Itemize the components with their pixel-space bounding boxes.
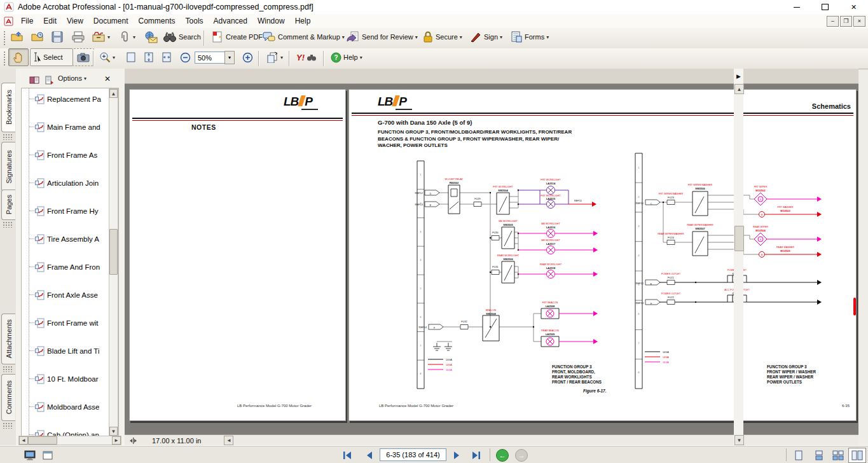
hand-tool-button[interactable] xyxy=(8,48,29,66)
last-page-button[interactable] xyxy=(468,448,485,463)
zoom-dropdown-button[interactable]: ▾ xyxy=(224,51,235,64)
scroll-thumb[interactable] xyxy=(109,229,118,275)
sidebar-tab-pages[interactable]: Pages xyxy=(1,190,15,220)
bookmark-item[interactable]: Front Frame As xyxy=(22,148,118,162)
schematic-label: FRT WASHER xyxy=(778,206,794,209)
fit-width-button[interactable] xyxy=(156,48,177,66)
menu-item-document[interactable]: Document xyxy=(88,15,134,27)
bookmark-hscrollbar[interactable]: ◄ ► xyxy=(18,436,121,445)
sidebar-tab-signatures[interactable]: Signatures xyxy=(1,142,15,191)
close-button[interactable]: ✕ xyxy=(839,0,868,14)
new-bookmark-button[interactable] xyxy=(43,74,57,86)
minimize-button[interactable] xyxy=(782,0,811,14)
scroll-up-icon[interactable]: ▲ xyxy=(734,84,744,94)
bookmark-item[interactable]: Blade Lift and Ti xyxy=(22,344,118,358)
bookmark-item[interactable]: Front Frame Hy xyxy=(22,204,118,218)
scroll-up-icon[interactable]: ▲ xyxy=(109,89,118,98)
facing-layout-button[interactable] xyxy=(848,448,866,463)
splitter-icon[interactable] xyxy=(128,437,138,445)
bookmark-item[interactable]: Tire Assembly A xyxy=(22,232,118,246)
single-page-layout-button[interactable] xyxy=(790,448,808,463)
continuous-facing-layout-button[interactable] xyxy=(829,448,847,463)
zoom-out-button[interactable] xyxy=(176,48,195,66)
annotation-marker[interactable] xyxy=(853,298,856,315)
scroll-down-icon[interactable]: ▼ xyxy=(109,427,118,436)
zoom-in-button[interactable] xyxy=(238,48,257,66)
expand-bookmark-button[interactable] xyxy=(27,74,41,86)
save-button[interactable] xyxy=(48,28,66,46)
comment-markup-button[interactable]: Comment & Markup▾ xyxy=(259,28,347,46)
search-button[interactable]: Search xyxy=(160,28,203,46)
maximize-button[interactable] xyxy=(811,0,839,14)
continuous-layout-button[interactable] xyxy=(810,448,828,463)
window-view-button[interactable] xyxy=(39,448,56,463)
camera-icon xyxy=(77,52,90,62)
page-display-button[interactable]: ▾ xyxy=(263,48,286,66)
yahoo-search-button[interactable]: Y! xyxy=(294,48,319,66)
menu-item-comments[interactable]: Comments xyxy=(134,15,181,27)
document-vscrollbar[interactable]: ▶ ▲ ▼ xyxy=(734,69,743,445)
send-for-review-button[interactable]: Send for Review▾ xyxy=(343,28,420,46)
toolbar-gripper[interactable] xyxy=(3,51,6,66)
bookmark-vscrollbar[interactable]: ▲ ▼ xyxy=(109,88,118,436)
document-restore-icon[interactable]: ❐ xyxy=(840,16,852,27)
next-page-button[interactable] xyxy=(449,448,465,463)
scroll-thumb[interactable] xyxy=(734,226,744,251)
hscroll-left-icon[interactable]: ◄ xyxy=(224,436,233,445)
toolbar-overflow-icon[interactable]: ▶ xyxy=(734,69,743,83)
scroll-down-icon[interactable]: ▼ xyxy=(734,435,744,445)
help-button[interactable]: ?Help▾ xyxy=(328,48,365,66)
acrobat-window: Adobe Acrobat Professional - [01-manual-… xyxy=(0,0,868,463)
select-tool-button[interactable]: Select xyxy=(30,48,73,66)
bookmark-item[interactable]: Main Frame and xyxy=(22,120,118,134)
bookmark-item[interactable]: 10 Ft. Moldboar xyxy=(22,372,118,386)
toolbar-gripper[interactable] xyxy=(3,31,6,46)
previous-page-button[interactable] xyxy=(361,448,377,463)
search-label: Search xyxy=(179,33,201,41)
organizer-open-button[interactable] xyxy=(28,28,47,46)
email-button[interactable] xyxy=(141,28,160,46)
forms-button[interactable]: Forms▾ xyxy=(507,28,551,46)
menu-item-help[interactable]: Help xyxy=(290,15,316,27)
options-menu-button[interactable]: Options▾ xyxy=(58,74,86,82)
first-page-button[interactable] xyxy=(339,448,355,463)
scroll-thumb[interactable] xyxy=(28,436,57,445)
menu-item-file[interactable]: File xyxy=(16,15,38,27)
close-panel-button[interactable]: ✕ xyxy=(102,74,113,84)
menu-item-edit[interactable]: Edit xyxy=(38,15,62,27)
sidebar-tab-bookmarks[interactable]: Bookmarks xyxy=(1,83,15,132)
menu-item-tools[interactable]: Tools xyxy=(181,15,209,27)
bookmark-item[interactable]: Moldboard Asse xyxy=(22,400,118,414)
bookmark-item[interactable]: Front Axle Asse xyxy=(22,288,118,302)
page-number-field[interactable]: 6-35 (183 of 414) xyxy=(380,448,446,461)
sidebar-tab-comments[interactable]: Comments xyxy=(1,374,15,421)
scroll-left-icon[interactable]: ◄ xyxy=(19,436,28,445)
organizer-button[interactable]: ▾ xyxy=(89,28,113,46)
open-button[interactable] xyxy=(8,28,27,46)
schematic-label: SW2506 xyxy=(503,258,513,261)
menu-item-view[interactable]: View xyxy=(62,15,88,27)
zoom-tool-button[interactable]: ▾ xyxy=(97,48,118,66)
sidebar-tab-label: Pages xyxy=(5,195,13,214)
zoom-level-input[interactable]: 50% xyxy=(195,52,228,64)
tab-gripper xyxy=(3,366,13,372)
next-view-button[interactable]: → xyxy=(515,449,528,462)
sidebar-tab-label: Signatures xyxy=(5,150,13,184)
document-close-icon[interactable]: × xyxy=(853,16,865,27)
bookmark-item[interactable]: Replacement Pa xyxy=(22,92,118,106)
fullscreen-view-button[interactable] xyxy=(22,448,38,463)
snapshot-tool-button[interactable] xyxy=(72,48,94,66)
bookmark-item[interactable]: Frame And Fron xyxy=(22,260,118,274)
sign-button[interactable]: Sign▾ xyxy=(467,28,505,46)
attach-button[interactable]: ▾ xyxy=(116,28,138,46)
menu-item-window[interactable]: Window xyxy=(252,15,290,27)
print-button[interactable] xyxy=(69,28,88,46)
bookmark-item[interactable]: Front Frame wit xyxy=(22,316,118,330)
previous-view-button[interactable]: ← xyxy=(496,449,509,462)
scroll-right-icon[interactable]: ► xyxy=(112,436,121,445)
document-minimize-icon[interactable]: – xyxy=(827,16,839,27)
sidebar-tab-attachments[interactable]: Attachments xyxy=(1,314,15,364)
secure-button[interactable]: Secure▾ xyxy=(420,28,465,46)
bookmark-item[interactable]: Articulation Join xyxy=(22,176,118,190)
menu-item-advanced[interactable]: Advanced xyxy=(209,15,252,27)
